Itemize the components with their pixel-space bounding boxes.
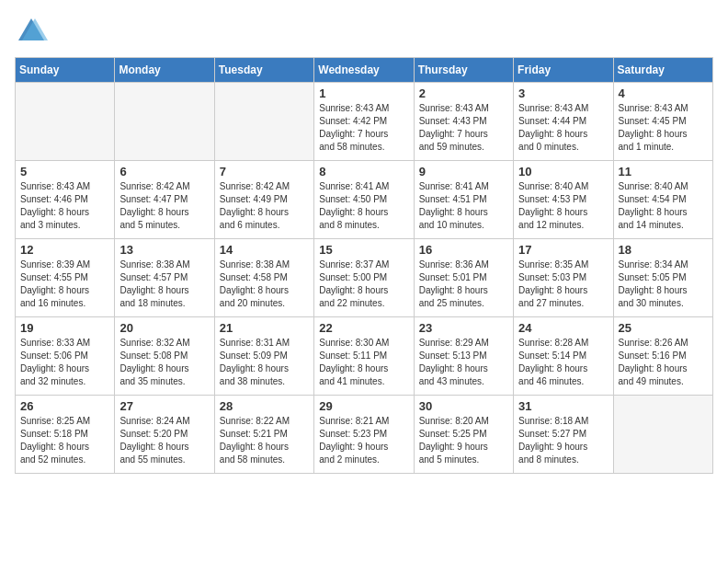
day-number: 29 [319,399,408,413]
day-number: 8 [319,165,408,178]
column-header-wednesday: Wednesday [314,58,414,83]
day-number: 12 [20,243,109,257]
day-number: 28 [220,399,309,413]
day-info: Sunrise: 8:28 AM Sunset: 5:14 PM Dayligh… [518,337,608,388]
day-number: 31 [518,399,608,413]
day-info: Sunrise: 8:32 AM Sunset: 5:08 PM Dayligh… [119,337,209,388]
calendar-cell: 26Sunrise: 8:25 AM Sunset: 5:18 PM Dayli… [16,396,115,474]
logo [15,15,51,48]
day-info: Sunrise: 8:33 AM Sunset: 5:06 PM Dayligh… [20,337,109,388]
calendar-cell: 11Sunrise: 8:40 AM Sunset: 4:54 PM Dayli… [613,161,712,239]
day-number: 14 [220,243,309,257]
calendar-cell: 4Sunrise: 8:43 AM Sunset: 4:45 PM Daylig… [613,83,712,161]
day-number: 7 [220,165,309,178]
day-number: 30 [419,399,508,413]
day-number: 22 [319,321,408,335]
column-header-thursday: Thursday [414,58,513,83]
calendar-cell [613,396,712,474]
day-number: 21 [220,321,309,335]
day-number: 26 [20,399,109,413]
day-number: 27 [119,399,209,413]
day-number: 1 [319,86,408,100]
day-info: Sunrise: 8:41 AM Sunset: 4:50 PM Dayligh… [319,180,408,232]
day-info: Sunrise: 8:43 AM Sunset: 4:44 PM Dayligh… [518,102,608,154]
calendar-cell: 29Sunrise: 8:21 AM Sunset: 5:23 PM Dayli… [314,396,414,474]
calendar-cell: 8Sunrise: 8:41 AM Sunset: 4:50 PM Daylig… [314,161,414,239]
day-info: Sunrise: 8:21 AM Sunset: 5:23 PM Dayligh… [319,415,408,466]
day-info: Sunrise: 8:38 AM Sunset: 4:58 PM Dayligh… [220,259,309,310]
day-number: 13 [119,243,209,257]
column-header-monday: Monday [115,58,214,83]
calendar-week-row: 26Sunrise: 8:25 AM Sunset: 5:18 PM Dayli… [16,396,713,474]
calendar-cell: 16Sunrise: 8:36 AM Sunset: 5:01 PM Dayli… [414,239,513,317]
logo-icon [15,15,48,48]
calendar-cell [16,83,115,161]
day-info: Sunrise: 8:41 AM Sunset: 4:51 PM Dayligh… [419,180,508,232]
calendar-cell: 25Sunrise: 8:26 AM Sunset: 5:16 PM Dayli… [613,317,712,396]
day-info: Sunrise: 8:36 AM Sunset: 5:01 PM Dayligh… [419,259,508,310]
calendar-cell: 13Sunrise: 8:38 AM Sunset: 4:57 PM Dayli… [115,239,214,317]
day-number: 25 [619,321,708,335]
day-info: Sunrise: 8:26 AM Sunset: 5:16 PM Dayligh… [619,337,708,388]
calendar-week-row: 1Sunrise: 8:43 AM Sunset: 4:42 PM Daylig… [16,83,713,161]
day-info: Sunrise: 8:38 AM Sunset: 4:57 PM Dayligh… [119,259,209,310]
calendar-cell: 22Sunrise: 8:30 AM Sunset: 5:11 PM Dayli… [314,317,414,396]
day-info: Sunrise: 8:25 AM Sunset: 5:18 PM Dayligh… [20,415,109,466]
day-info: Sunrise: 8:43 AM Sunset: 4:43 PM Dayligh… [419,102,508,154]
day-number: 17 [518,243,608,257]
day-number: 24 [518,321,608,335]
calendar-cell: 23Sunrise: 8:29 AM Sunset: 5:13 PM Dayli… [414,317,513,396]
day-info: Sunrise: 8:42 AM Sunset: 4:47 PM Dayligh… [119,180,209,232]
calendar-cell: 24Sunrise: 8:28 AM Sunset: 5:14 PM Dayli… [514,317,613,396]
day-info: Sunrise: 8:42 AM Sunset: 4:49 PM Dayligh… [220,180,309,232]
day-number: 16 [419,243,508,257]
day-info: Sunrise: 8:43 AM Sunset: 4:46 PM Dayligh… [20,180,109,232]
calendar-cell: 2Sunrise: 8:43 AM Sunset: 4:43 PM Daylig… [414,83,513,161]
calendar-cell: 9Sunrise: 8:41 AM Sunset: 4:51 PM Daylig… [414,161,513,239]
calendar-cell: 27Sunrise: 8:24 AM Sunset: 5:20 PM Dayli… [115,396,214,474]
day-info: Sunrise: 8:34 AM Sunset: 5:05 PM Dayligh… [619,259,708,310]
day-number: 3 [518,86,608,100]
day-number: 20 [119,321,209,335]
column-header-tuesday: Tuesday [214,58,313,83]
calendar-cell: 15Sunrise: 8:37 AM Sunset: 5:00 PM Dayli… [314,239,414,317]
calendar-cell: 14Sunrise: 8:38 AM Sunset: 4:58 PM Dayli… [214,239,313,317]
day-info: Sunrise: 8:24 AM Sunset: 5:20 PM Dayligh… [119,415,209,466]
day-number: 4 [619,86,708,100]
calendar-week-row: 5Sunrise: 8:43 AM Sunset: 4:46 PM Daylig… [16,161,713,239]
calendar-cell: 20Sunrise: 8:32 AM Sunset: 5:08 PM Dayli… [115,317,214,396]
calendar-cell: 30Sunrise: 8:20 AM Sunset: 5:25 PM Dayli… [414,396,513,474]
day-info: Sunrise: 8:40 AM Sunset: 4:53 PM Dayligh… [518,180,608,232]
calendar-cell: 7Sunrise: 8:42 AM Sunset: 4:49 PM Daylig… [214,161,313,239]
day-number: 23 [419,321,508,335]
column-header-saturday: Saturday [613,58,712,83]
day-number: 9 [419,165,508,178]
day-info: Sunrise: 8:31 AM Sunset: 5:09 PM Dayligh… [220,337,309,388]
day-info: Sunrise: 8:39 AM Sunset: 4:55 PM Dayligh… [20,259,109,310]
calendar-cell: 31Sunrise: 8:18 AM Sunset: 5:27 PM Dayli… [514,396,613,474]
calendar-cell [214,83,313,161]
day-number: 5 [20,165,109,178]
day-number: 6 [119,165,209,178]
page-header [15,15,713,48]
column-header-sunday: Sunday [16,58,115,83]
calendar-cell [115,83,214,161]
day-info: Sunrise: 8:20 AM Sunset: 5:25 PM Dayligh… [419,415,508,466]
day-number: 11 [619,165,708,178]
calendar-cell: 19Sunrise: 8:33 AM Sunset: 5:06 PM Dayli… [16,317,115,396]
day-info: Sunrise: 8:30 AM Sunset: 5:11 PM Dayligh… [319,337,408,388]
day-info: Sunrise: 8:29 AM Sunset: 5:13 PM Dayligh… [419,337,508,388]
day-number: 10 [518,165,608,178]
calendar-cell: 3Sunrise: 8:43 AM Sunset: 4:44 PM Daylig… [514,83,613,161]
day-info: Sunrise: 8:43 AM Sunset: 4:42 PM Dayligh… [319,102,408,154]
calendar-cell: 10Sunrise: 8:40 AM Sunset: 4:53 PM Dayli… [514,161,613,239]
calendar-cell: 28Sunrise: 8:22 AM Sunset: 5:21 PM Dayli… [214,396,313,474]
calendar-cell: 17Sunrise: 8:35 AM Sunset: 5:03 PM Dayli… [514,239,613,317]
day-number: 15 [319,243,408,257]
calendar-cell: 18Sunrise: 8:34 AM Sunset: 5:05 PM Dayli… [613,239,712,317]
day-number: 18 [619,243,708,257]
calendar-header-row: SundayMondayTuesdayWednesdayThursdayFrid… [16,58,713,83]
calendar-week-row: 12Sunrise: 8:39 AM Sunset: 4:55 PM Dayli… [16,239,713,317]
day-number: 2 [419,86,508,100]
day-number: 19 [20,321,109,335]
